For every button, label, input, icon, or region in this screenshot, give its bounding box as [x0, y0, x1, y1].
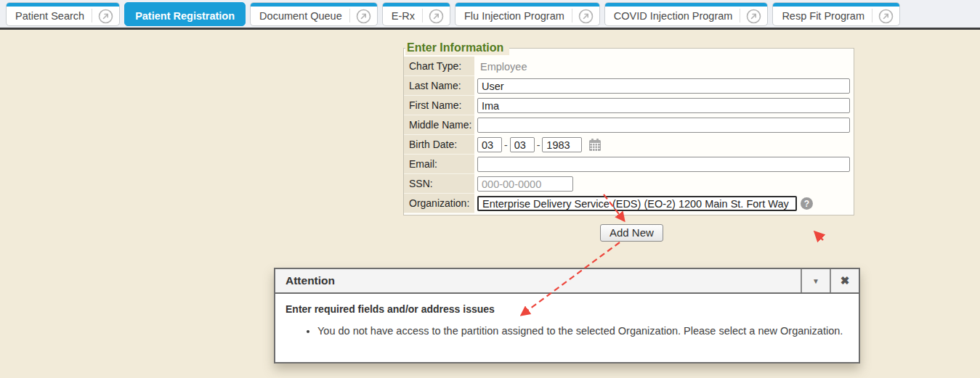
help-icon[interactable]: ? — [801, 197, 813, 210]
email-field[interactable] — [477, 157, 850, 172]
form-row-first-name: First Name: — [404, 96, 854, 115]
add-new-button[interactable]: Add New — [600, 224, 663, 242]
first-name-field[interactable] — [477, 98, 850, 113]
birth-year-field[interactable] — [542, 137, 582, 152]
calendar-icon[interactable] — [588, 138, 602, 152]
last-name-label: Last Name: — [404, 76, 474, 96]
organization-field[interactable] — [477, 196, 797, 211]
tab-patient-search[interactable]: Patient Search — [6, 2, 120, 26]
fieldset-legend: Enter Information — [405, 41, 509, 55]
form-row-last-name: Last Name: — [404, 76, 854, 96]
tab-document-queue[interactable]: Document Queue — [250, 2, 378, 26]
ssn-field[interactable] — [477, 176, 573, 192]
tab-covid-injection-program[interactable]: COVID Injection Program — [604, 2, 769, 26]
tab-label: Resp Fit Program — [773, 3, 872, 25]
external-link-icon[interactable] — [872, 3, 899, 25]
tab-resp-fit-program[interactable]: Resp Fit Program — [772, 2, 900, 26]
dialog-heading: Enter required fields and/or address iss… — [286, 303, 846, 315]
form-row-birth-date: Birth Date: - - — [404, 135, 854, 155]
date-separator: - — [504, 139, 508, 151]
form-row-organization: Organization: ? — [404, 194, 854, 213]
last-name-field[interactable] — [477, 78, 850, 94]
chart-type-label: Chart Type: — [404, 57, 474, 76]
middle-name-label: Middle Name: — [404, 115, 474, 135]
birth-date-label: Birth Date: — [404, 135, 474, 155]
organization-label: Organization: — [404, 194, 474, 213]
first-name-label: First Name: — [404, 96, 474, 115]
tab-flu-injection-program[interactable]: Flu Injection Program — [455, 2, 600, 26]
ssn-label: SSN: — [404, 174, 474, 194]
middle-name-field[interactable] — [477, 118, 850, 133]
external-link-icon[interactable] — [572, 3, 599, 25]
close-button[interactable]: ✖ — [830, 269, 859, 292]
attention-dialog-body: Enter required fields and/or address iss… — [275, 294, 859, 337]
tab-list: Patient Search Patient Registration Docu… — [0, 0, 980, 26]
tab-label: COVID Injection Program — [605, 3, 740, 25]
red-cursor-icon — [815, 232, 823, 240]
tab-patient-registration[interactable]: Patient Registration — [124, 2, 246, 26]
external-link-icon[interactable] — [740, 3, 767, 25]
external-link-icon[interactable] — [92, 3, 119, 25]
external-link-icon[interactable] — [423, 3, 450, 25]
form-row-email: Email: — [404, 155, 854, 174]
form-row-middle-name: Middle Name: — [404, 115, 854, 135]
date-separator: - — [537, 139, 540, 151]
dialog-message-item: You do not have access to the partition … — [317, 325, 846, 337]
dialog-title: Attention — [275, 269, 801, 292]
external-link-icon[interactable] — [350, 3, 377, 25]
form-row-ssn: SSN: — [404, 174, 854, 194]
tab-e-rx[interactable]: E-Rx — [382, 2, 450, 26]
email-label: Email: — [404, 155, 474, 174]
form-row-chart-type: Chart Type: Employee — [404, 57, 854, 76]
tab-label: Patient Registration — [125, 3, 245, 25]
birth-day-field[interactable] — [510, 137, 535, 152]
tab-label: E-Rx — [383, 3, 422, 25]
chart-type-value: Employee — [477, 61, 527, 73]
tab-label: Patient Search — [7, 3, 92, 25]
dialog-message-list: You do not have access to the partition … — [317, 325, 846, 337]
chevron-down-icon: ▼ — [812, 277, 819, 285]
collapse-button[interactable]: ▼ — [801, 269, 830, 292]
birth-month-field[interactable] — [477, 137, 502, 152]
attention-dialog: Attention ▼ ✖ Enter required fields and/… — [274, 268, 860, 363]
tab-label: Flu Injection Program — [455, 3, 572, 25]
attention-dialog-header[interactable]: Attention ▼ ✖ — [275, 269, 859, 294]
tab-label: Document Queue — [251, 3, 349, 25]
enter-information-fieldset: Enter Information Chart Type: Employee L… — [403, 48, 854, 215]
close-icon: ✖ — [841, 274, 850, 287]
tab-strip: Patient Search Patient Registration Docu… — [0, 0, 980, 30]
